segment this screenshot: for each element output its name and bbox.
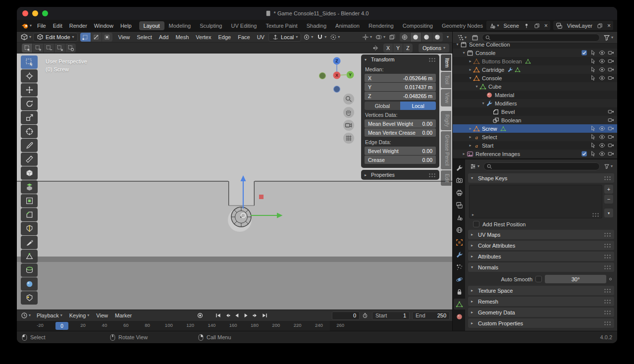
transform-orientation-selector[interactable]: Local ▾	[268, 33, 301, 42]
panel-grip[interactable]	[604, 243, 611, 248]
sidebar-tab-item[interactable]: Item	[441, 54, 451, 71]
median-x-field[interactable]: X-0.052646 m	[365, 74, 436, 82]
pointer-toggle-icon[interactable]	[590, 134, 596, 140]
xray-toggle[interactable]	[387, 33, 397, 42]
viewport-menu-view[interactable]: View	[115, 33, 134, 41]
select-subtract-button[interactable]	[44, 44, 54, 52]
tool-knife[interactable]	[21, 236, 38, 249]
properties-tab-constraints[interactable]	[454, 286, 465, 297]
eye-toggle-icon[interactable]	[599, 125, 605, 132]
tool-move[interactable]	[21, 83, 38, 97]
expand-icon[interactable]: ▸	[468, 67, 473, 72]
tool-smooth[interactable]	[21, 277, 38, 291]
axis-neg-y-ball[interactable]	[319, 73, 326, 79]
select-extend-button[interactable]	[33, 44, 43, 52]
new-scene-button[interactable]	[532, 21, 542, 30]
properties-tab-physics[interactable]	[454, 274, 465, 285]
frame-start-field[interactable]: Start1	[372, 312, 410, 320]
viewport-camera-button[interactable]	[343, 120, 354, 131]
vertex-select-button[interactable]	[80, 33, 91, 42]
workspace-tab-uv-editing[interactable]: UV Editing	[226, 21, 261, 30]
play-button[interactable]	[242, 312, 251, 320]
properties-tab-render[interactable]	[454, 175, 465, 186]
workspace-tab-geometry-nodes[interactable]: Geometry Nodes	[437, 21, 483, 30]
median-y-field[interactable]: Y0.017437 m	[365, 83, 436, 91]
eye-toggle-icon[interactable]	[599, 58, 605, 64]
menu-edit[interactable]: Edit	[50, 22, 66, 30]
menu-render[interactable]: Render	[66, 22, 91, 30]
tool-annotate[interactable]	[21, 139, 38, 152]
show-gizmo-button[interactable]: ▾	[361, 33, 373, 42]
panel-grip[interactable]	[604, 321, 611, 325]
workspace-tab-layout[interactable]: Layout	[139, 21, 164, 30]
panel-uv-maps[interactable]: ▸UV Maps	[468, 230, 614, 239]
workspace-tab-shading[interactable]: Shading	[302, 21, 331, 30]
panel-grip[interactable]	[604, 288, 611, 293]
expand-icon[interactable]: ▾	[461, 51, 467, 55]
viewport-pan-button[interactable]	[343, 107, 354, 118]
expand-icon[interactable]: ▸	[468, 126, 473, 131]
menu-help[interactable]: Help	[117, 22, 135, 30]
panel-custom-properties[interactable]: ▸Custom Properties	[468, 318, 614, 328]
timeline-menu-keying[interactable]: Keying▾	[66, 312, 93, 319]
eye-toggle-icon[interactable]	[599, 66, 605, 73]
camera-toggle-icon[interactable]	[608, 66, 614, 73]
properties-tab-modifiers[interactable]	[454, 249, 465, 260]
expand-icon[interactable]: ▾	[468, 76, 473, 80]
panel-geometry-data[interactable]: ▸Geometry Data	[468, 308, 614, 317]
camera-toggle-icon[interactable]	[608, 151, 614, 157]
properties-panel-collapsed[interactable]: ▸ Properties	[361, 170, 439, 180]
tool-cursor[interactable]	[21, 69, 38, 83]
camera-toggle-icon[interactable]	[608, 108, 614, 115]
outliner-row-console[interactable]: ▾Console	[453, 49, 617, 57]
select-set-button[interactable]	[22, 44, 32, 52]
outliner-row-material[interactable]: Material	[453, 91, 617, 99]
tool-bevel[interactable]	[21, 208, 38, 221]
workspace-tab-modeling[interactable]: Modeling	[164, 21, 196, 30]
viewport-menu-mesh[interactable]: Mesh	[172, 33, 192, 41]
pointer-toggle-icon[interactable]	[590, 125, 596, 132]
jump-to-start-button[interactable]	[213, 312, 222, 320]
transform-panel-header[interactable]: ▾ Transform	[361, 54, 439, 64]
outliner-row-start[interactable]: ▸aStart	[453, 141, 617, 150]
pointer-toggle-icon[interactable]	[590, 142, 596, 149]
remove-shape-key-button[interactable]: −	[604, 195, 613, 204]
check-toggle-icon[interactable]	[581, 50, 587, 56]
camera-toggle-icon[interactable]	[608, 142, 614, 149]
panel-grip[interactable]	[428, 57, 436, 62]
panel-shape-keys[interactable]: ▾Shape Keys	[468, 173, 614, 183]
outliner-row-console[interactable]: ▾Console	[453, 74, 617, 82]
timeline-menu-playback[interactable]: Playback▾	[33, 312, 66, 319]
viewport-menu-add[interactable]: Add	[156, 33, 172, 41]
jump-to-end-button[interactable]	[261, 312, 269, 320]
edge-select-button[interactable]	[91, 33, 102, 42]
panel-attributes[interactable]: ▸Attributes	[468, 252, 614, 261]
panel-normals[interactable]: ▾Normals	[468, 262, 614, 272]
camera-toggle-icon[interactable]	[608, 50, 614, 56]
panel-remesh[interactable]: ▸Remesh	[468, 297, 614, 306]
tool-scale[interactable]	[21, 111, 38, 124]
sidebar-tab-grease-pencil[interactable]: Grease Pencil	[441, 131, 451, 169]
panel-grip[interactable]	[604, 254, 611, 259]
tool-transform[interactable]	[21, 125, 38, 138]
properties-tab-world[interactable]	[454, 224, 465, 235]
use-preview-range-toggle[interactable]	[361, 312, 370, 320]
panel-grip[interactable]	[604, 176, 611, 180]
browse-scene-button[interactable]: ▾	[487, 21, 501, 30]
timeline-menu-view[interactable]: View	[93, 312, 111, 319]
camera-toggle-icon[interactable]	[608, 134, 614, 140]
select-intersect-button[interactable]	[65, 44, 76, 52]
unlink-scene-button[interactable]: ×	[542, 21, 550, 30]
workspace-tab-compositing[interactable]: Compositing	[398, 21, 437, 30]
properties-editor-selector[interactable]: ▾	[468, 162, 481, 171]
camera-toggle-icon[interactable]	[608, 75, 614, 81]
animate-property-dot[interactable]	[609, 278, 612, 280]
sidebar-tab-view[interactable]: View	[441, 89, 451, 107]
outliner-row-modifiers[interactable]: ▾Modifiers	[453, 99, 617, 107]
pivot-point-selector[interactable]: ▾	[302, 33, 315, 42]
timeline-ruler[interactable]: -20020406080100120140160180200220240260 …	[17, 321, 452, 331]
shape-key-specials-button[interactable]: ▾	[604, 208, 613, 217]
outliner-row-scene-collection[interactable]: ▾Scene Collection	[453, 40, 617, 49]
tool-measure[interactable]	[21, 153, 38, 166]
expand-icon[interactable]: ▾	[480, 101, 486, 105]
